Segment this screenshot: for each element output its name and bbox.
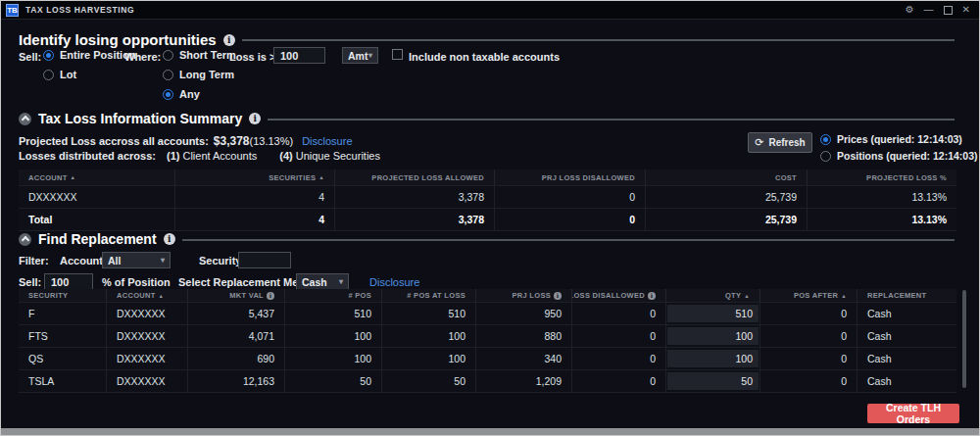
- sell-entire-position-radio[interactable]: Entire Position: [43, 49, 136, 61]
- title-bar: TB TAX LOSS HARVESTING ⚙ — ✕: [1, 1, 979, 20]
- qty-cell[interactable]: 510: [666, 303, 760, 324]
- col-header-label: MKT VAL: [229, 291, 264, 300]
- cell-prj-loss: 950: [476, 303, 572, 324]
- table-row[interactable]: QS DXXXXXX 690 100 100 340 0 100 0 Cash: [19, 348, 956, 370]
- col-header-replacement[interactable]: REPLACEMENT: [858, 289, 956, 302]
- col-header-label: COST: [775, 173, 797, 182]
- maximize-icon[interactable]: [944, 6, 953, 15]
- col-header-prj-loss-disallowed[interactable]: PRJ LOSS DISALLOWED: [495, 170, 646, 185]
- cell-cost: 25,739: [646, 209, 808, 230]
- table-row[interactable]: F DXXXXXX 5,437 510 510 950 0 510 0 Cash: [19, 303, 956, 325]
- qty-cell[interactable]: 100: [666, 325, 760, 347]
- disclosure-link[interactable]: Disclosure: [369, 276, 419, 288]
- cell-mkt-val: 690: [188, 348, 285, 369]
- sell-pct-input[interactable]: [44, 273, 93, 290]
- cell-pos-at-loss: 50: [382, 370, 476, 392]
- col-header-cost[interactable]: COST: [646, 170, 808, 185]
- info-icon: i: [554, 292, 562, 300]
- qty-input[interactable]: 100: [667, 350, 759, 367]
- qty-input[interactable]: 100: [667, 327, 759, 345]
- cell-prj-loss-disallowed: 0: [572, 325, 666, 347]
- sell-lot-radio[interactable]: Lot: [43, 69, 76, 80]
- prices-queried-radio[interactable]: Prices (queried: 12:14:03): [820, 133, 962, 145]
- col-header-label: PRJ LOSS DISALLOWED: [572, 291, 645, 300]
- col-header-label: SECURITY: [28, 291, 68, 300]
- col-header-prj-loss[interactable]: PRJ LOSS i: [476, 289, 572, 302]
- cell-account: DXXXXXX: [19, 186, 175, 208]
- info-icon[interactable]: i: [164, 233, 175, 245]
- summary-section-header: Tax Loss Information Summary i: [19, 111, 955, 126]
- unique-securities-label: Unique Securities: [296, 150, 380, 162]
- cell-pos-at-loss: 100: [382, 325, 476, 347]
- summary-table-header: ACCOUNT ▲ SECURITIES ▲ PROJECTED LOSS AL…: [19, 170, 956, 186]
- col-header-projected-loss-allowed[interactable]: PROJECTED LOSS ALLOWED: [335, 170, 495, 185]
- include-non-taxable-checkbox[interactable]: [392, 49, 403, 60]
- col-header-account[interactable]: ACCOUNT ▲: [19, 170, 175, 185]
- collapse-icon[interactable]: [19, 113, 31, 125]
- cell-security: FTS: [19, 325, 107, 347]
- col-header-pos[interactable]: # POS: [285, 289, 382, 302]
- qty-input[interactable]: 50: [667, 372, 759, 390]
- loss-unit-select[interactable]: Amt ▾: [342, 47, 378, 64]
- close-icon[interactable]: ✕: [962, 5, 970, 15]
- collapse-icon[interactable]: [19, 233, 31, 246]
- projected-loss-pct: (13.13%): [250, 135, 294, 147]
- cell-account: DXXXXXX: [107, 325, 188, 347]
- select-value: All: [108, 255, 121, 266]
- cell-pos: 100: [285, 325, 382, 347]
- sort-asc-icon: ▲: [71, 174, 76, 180]
- security-input[interactable]: [238, 252, 291, 268]
- qty-cell[interactable]: 100: [666, 348, 760, 369]
- col-header-securities[interactable]: SECURITIES ▲: [175, 170, 335, 185]
- info-icon[interactable]: i: [223, 34, 235, 46]
- tax-loss-harvesting-window: TB TAX LOSS HARVESTING ⚙ — ✕ Identify lo…: [0, 0, 980, 436]
- settings-icon[interactable]: ⚙: [906, 5, 914, 15]
- col-header-label: QTY: [725, 291, 741, 300]
- loss-threshold-input[interactable]: [273, 47, 325, 64]
- sell-pct-label: Sell:: [19, 276, 41, 288]
- refresh-button[interactable]: ⟳ Refresh: [748, 132, 812, 153]
- create-tlh-orders-button[interactable]: Create TLH Orders: [867, 404, 959, 423]
- sort-asc-icon: ▲: [318, 174, 324, 180]
- col-header-account[interactable]: ACCOUNT ▲: [107, 289, 188, 302]
- radio-icon: [43, 70, 54, 80]
- window-controls: ⚙ — ✕: [906, 5, 974, 15]
- where-any-radio[interactable]: Any: [163, 88, 200, 100]
- cell-pos-at-loss: 510: [382, 303, 476, 324]
- col-header-security[interactable]: SECURITY: [19, 289, 107, 302]
- cell-replacement: Cash: [858, 370, 956, 392]
- identify-section-header: Identify losing opportunities i: [19, 31, 955, 48]
- replacement-method-select[interactable]: Cash ▾: [296, 273, 349, 290]
- where-short-term-radio[interactable]: Short Term: [163, 49, 236, 61]
- info-icon: i: [267, 292, 274, 300]
- disclosure-link[interactable]: Disclosure: [302, 135, 352, 147]
- table-scrollbar[interactable]: [962, 290, 966, 388]
- table-row[interactable]: TSLA DXXXXXX 12,163 50 50 1,209 0 50 0 C…: [19, 370, 956, 393]
- losses-distributed-line: Losses distributed across: (1) Client Ac…: [19, 150, 380, 162]
- minimize-icon[interactable]: —: [924, 5, 934, 15]
- radio-label: Prices (queried: 12:14:03): [837, 133, 962, 145]
- info-icon[interactable]: i: [249, 113, 261, 124]
- qty-cell[interactable]: 50: [666, 370, 760, 392]
- table-row[interactable]: FTS DXXXXXX 4,071 100 100 880 0 100 0 Ca…: [19, 325, 956, 348]
- positions-queried-radio[interactable]: Positions (queried: 12:14:03): [820, 150, 978, 162]
- table-row[interactable]: DXXXXXX 4 3,378 0 25,739 13.13%: [19, 186, 956, 209]
- sort-asc-icon: ▲: [841, 293, 847, 299]
- section-divider: [242, 39, 955, 41]
- qty-input[interactable]: 510: [667, 305, 759, 322]
- col-header-projected-loss-pct[interactable]: PROJECTED LOSS %: [808, 170, 956, 185]
- section-title: Find Replacement: [38, 231, 157, 247]
- where-long-term-radio[interactable]: Long Term: [163, 69, 234, 80]
- replacement-table-header: SECURITY ACCOUNT ▲ MKT VAL i # POS # POS…: [19, 289, 956, 303]
- include-non-taxable-label: Include non taxable accounts: [409, 51, 560, 63]
- cell-prj-loss-disallowed: 0: [495, 209, 646, 230]
- col-header-prj-loss-disallowed[interactable]: PRJ LOSS DISALLOWED i: [572, 289, 666, 302]
- col-header-mkt-val[interactable]: MKT VAL i: [188, 289, 285, 302]
- col-header-qty[interactable]: QTY ▲: [666, 289, 760, 302]
- cell-total-label: Total: [19, 209, 175, 230]
- col-header-pos-after[interactable]: POS AFTER ▲: [760, 289, 858, 302]
- col-header-pos-at-loss[interactable]: # POS AT LOSS: [382, 289, 476, 302]
- accounts-select[interactable]: All ▾: [102, 252, 171, 268]
- cell-prj-loss-disallowed: 0: [495, 186, 646, 208]
- sort-asc-icon: ▲: [159, 293, 165, 299]
